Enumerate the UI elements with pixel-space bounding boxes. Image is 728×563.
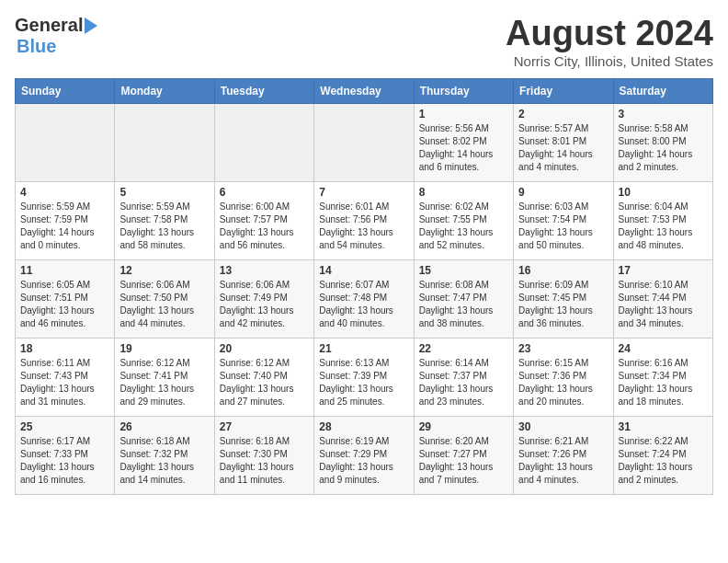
- day-number: 15: [419, 264, 508, 277]
- day-number: 17: [619, 264, 708, 277]
- day-info: Sunrise: 6:02 AM Sunset: 7:55 PM Dayligh…: [419, 201, 508, 252]
- day-info: Sunrise: 6:05 AM Sunset: 7:51 PM Dayligh…: [20, 279, 109, 330]
- page-header: General Blue August 2024 Norris City, Il…: [15, 15, 713, 69]
- day-info: Sunrise: 6:17 AM Sunset: 7:33 PM Dayligh…: [20, 435, 109, 487]
- day-info: Sunrise: 6:07 AM Sunset: 7:48 PM Dayligh…: [319, 279, 408, 330]
- calendar-cell: 7Sunrise: 6:01 AM Sunset: 7:56 PM Daylig…: [314, 181, 414, 259]
- logo: General Blue: [15, 15, 97, 57]
- calendar-cell: 8Sunrise: 6:02 AM Sunset: 7:55 PM Daylig…: [414, 181, 513, 259]
- day-number: 30: [518, 420, 608, 433]
- weekday-header-monday: Monday: [115, 78, 214, 103]
- day-info: Sunrise: 6:14 AM Sunset: 7:37 PM Dayligh…: [419, 357, 508, 408]
- calendar-cell: 16Sunrise: 6:09 AM Sunset: 7:45 PM Dayli…: [514, 259, 613, 338]
- day-number: 26: [119, 420, 209, 433]
- calendar-cell: 20Sunrise: 6:12 AM Sunset: 7:40 PM Dayli…: [214, 338, 313, 416]
- weekday-header-sunday: Sunday: [16, 78, 115, 103]
- day-info: Sunrise: 6:06 AM Sunset: 7:50 PM Dayligh…: [119, 279, 209, 330]
- day-number: 18: [20, 342, 109, 355]
- day-info: Sunrise: 6:20 AM Sunset: 7:27 PM Dayligh…: [419, 435, 508, 487]
- weekday-header-wednesday: Wednesday: [314, 78, 414, 103]
- calendar-cell: 28Sunrise: 6:19 AM Sunset: 7:29 PM Dayli…: [314, 416, 414, 494]
- day-info: Sunrise: 6:21 AM Sunset: 7:26 PM Dayligh…: [518, 435, 608, 487]
- logo-general-text: General: [15, 15, 83, 36]
- calendar-cell: 1Sunrise: 5:56 AM Sunset: 8:02 PM Daylig…: [414, 103, 513, 181]
- day-info: Sunrise: 6:22 AM Sunset: 7:24 PM Dayligh…: [619, 435, 708, 487]
- calendar-week-3: 11Sunrise: 6:05 AM Sunset: 7:51 PM Dayli…: [16, 259, 713, 338]
- calendar-cell: 2Sunrise: 5:57 AM Sunset: 8:01 PM Daylig…: [514, 103, 613, 181]
- calendar-cell: [115, 103, 214, 181]
- day-info: Sunrise: 6:12 AM Sunset: 7:40 PM Dayligh…: [220, 357, 309, 408]
- day-number: 12: [119, 264, 209, 277]
- day-number: 24: [619, 342, 708, 355]
- calendar-cell: 10Sunrise: 6:04 AM Sunset: 7:53 PM Dayli…: [613, 181, 712, 259]
- calendar-cell: 25Sunrise: 6:17 AM Sunset: 7:33 PM Dayli…: [16, 416, 115, 494]
- calendar-table: SundayMondayTuesdayWednesdayThursdayFrid…: [15, 78, 713, 495]
- day-number: 5: [119, 186, 209, 199]
- day-info: Sunrise: 6:10 AM Sunset: 7:44 PM Dayligh…: [619, 279, 708, 330]
- day-number: 25: [20, 420, 109, 433]
- day-info: Sunrise: 6:03 AM Sunset: 7:54 PM Dayligh…: [518, 201, 608, 252]
- calendar-cell: 19Sunrise: 6:12 AM Sunset: 7:41 PM Dayli…: [115, 338, 214, 416]
- day-info: Sunrise: 6:08 AM Sunset: 7:47 PM Dayligh…: [419, 279, 508, 330]
- day-number: 13: [220, 264, 309, 277]
- weekday-header-thursday: Thursday: [414, 78, 513, 103]
- day-info: Sunrise: 6:11 AM Sunset: 7:43 PM Dayligh…: [20, 357, 109, 408]
- day-number: 27: [220, 420, 309, 433]
- calendar-cell: [214, 103, 313, 181]
- day-number: 31: [619, 420, 708, 433]
- day-info: Sunrise: 5:58 AM Sunset: 8:00 PM Dayligh…: [619, 122, 708, 174]
- calendar-cell: 3Sunrise: 5:58 AM Sunset: 8:00 PM Daylig…: [613, 103, 712, 181]
- day-number: 20: [220, 342, 309, 355]
- calendar-cell: [16, 103, 115, 181]
- day-number: 21: [319, 342, 408, 355]
- calendar-cell: 5Sunrise: 5:59 AM Sunset: 7:58 PM Daylig…: [115, 181, 214, 259]
- logo-blue-text: Blue: [17, 36, 56, 56]
- month-title: August 2024: [506, 15, 713, 53]
- day-number: 4: [20, 186, 109, 199]
- day-info: Sunrise: 6:01 AM Sunset: 7:56 PM Dayligh…: [319, 201, 408, 252]
- day-info: Sunrise: 6:04 AM Sunset: 7:53 PM Dayligh…: [619, 201, 708, 252]
- day-number: 23: [518, 342, 608, 355]
- calendar-cell: 23Sunrise: 6:15 AM Sunset: 7:36 PM Dayli…: [514, 338, 613, 416]
- day-info: Sunrise: 6:12 AM Sunset: 7:41 PM Dayligh…: [119, 357, 209, 408]
- day-info: Sunrise: 6:15 AM Sunset: 7:36 PM Dayligh…: [518, 357, 608, 408]
- calendar-cell: 11Sunrise: 6:05 AM Sunset: 7:51 PM Dayli…: [16, 259, 115, 338]
- calendar-cell: 21Sunrise: 6:13 AM Sunset: 7:39 PM Dayli…: [314, 338, 414, 416]
- day-number: 10: [619, 186, 708, 199]
- calendar-cell: 15Sunrise: 6:08 AM Sunset: 7:47 PM Dayli…: [414, 259, 513, 338]
- day-info: Sunrise: 5:59 AM Sunset: 7:58 PM Dayligh…: [119, 201, 209, 252]
- calendar-cell: 4Sunrise: 5:59 AM Sunset: 7:59 PM Daylig…: [16, 181, 115, 259]
- calendar-week-2: 4Sunrise: 5:59 AM Sunset: 7:59 PM Daylig…: [16, 181, 713, 259]
- day-info: Sunrise: 6:00 AM Sunset: 7:57 PM Dayligh…: [220, 201, 309, 252]
- day-number: 1: [419, 108, 508, 121]
- day-number: 28: [319, 420, 408, 433]
- day-number: 29: [419, 420, 508, 433]
- day-number: 2: [518, 108, 608, 121]
- day-number: 22: [419, 342, 508, 355]
- day-number: 7: [319, 186, 408, 199]
- calendar-week-1: 1Sunrise: 5:56 AM Sunset: 8:02 PM Daylig…: [16, 103, 713, 181]
- logo-arrow-icon: [85, 17, 97, 34]
- calendar-cell: 13Sunrise: 6:06 AM Sunset: 7:49 PM Dayli…: [214, 259, 313, 338]
- day-number: 8: [419, 186, 508, 199]
- calendar-cell: 17Sunrise: 6:10 AM Sunset: 7:44 PM Dayli…: [613, 259, 712, 338]
- calendar-cell: 12Sunrise: 6:06 AM Sunset: 7:50 PM Dayli…: [115, 259, 214, 338]
- day-info: Sunrise: 6:19 AM Sunset: 7:29 PM Dayligh…: [319, 435, 408, 487]
- calendar-cell: 6Sunrise: 6:00 AM Sunset: 7:57 PM Daylig…: [214, 181, 313, 259]
- title-area: August 2024 Norris City, Illinois, Unite…: [506, 15, 713, 69]
- calendar-cell: 30Sunrise: 6:21 AM Sunset: 7:26 PM Dayli…: [514, 416, 613, 494]
- weekday-header-tuesday: Tuesday: [214, 78, 313, 103]
- day-number: 19: [119, 342, 209, 355]
- calendar-cell: 29Sunrise: 6:20 AM Sunset: 7:27 PM Dayli…: [414, 416, 513, 494]
- day-info: Sunrise: 6:18 AM Sunset: 7:30 PM Dayligh…: [220, 435, 309, 487]
- day-info: Sunrise: 6:16 AM Sunset: 7:34 PM Dayligh…: [619, 357, 708, 408]
- day-info: Sunrise: 5:56 AM Sunset: 8:02 PM Dayligh…: [419, 122, 508, 174]
- day-info: Sunrise: 5:59 AM Sunset: 7:59 PM Dayligh…: [20, 201, 109, 252]
- location-text: Norris City, Illinois, United States: [506, 53, 713, 69]
- day-number: 9: [518, 186, 608, 199]
- calendar-cell: 9Sunrise: 6:03 AM Sunset: 7:54 PM Daylig…: [514, 181, 613, 259]
- calendar-cell: 24Sunrise: 6:16 AM Sunset: 7:34 PM Dayli…: [613, 338, 712, 416]
- day-info: Sunrise: 6:09 AM Sunset: 7:45 PM Dayligh…: [518, 279, 608, 330]
- day-number: 16: [518, 264, 608, 277]
- day-info: Sunrise: 6:06 AM Sunset: 7:49 PM Dayligh…: [220, 279, 309, 330]
